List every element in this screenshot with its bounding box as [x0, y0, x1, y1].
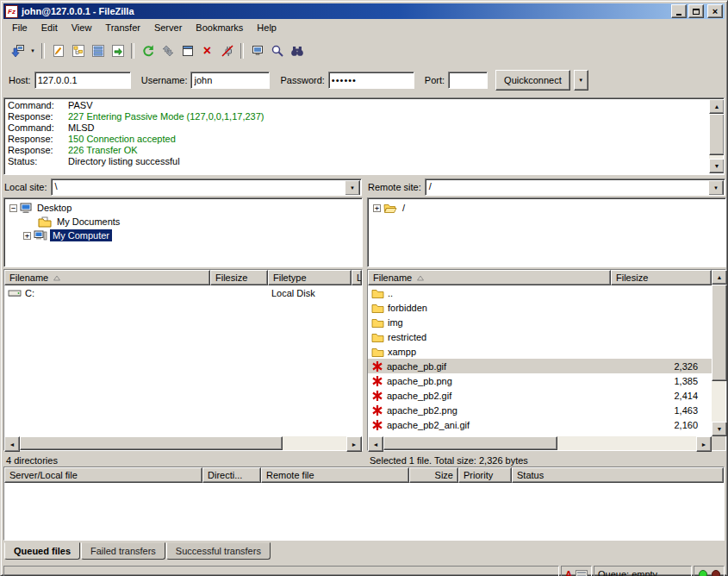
tab-successful-transfers[interactable]: Successful transfers [166, 542, 271, 560]
tree-item-root[interactable]: + / [368, 201, 725, 215]
disconnect-button[interactable] [217, 41, 237, 60]
column-header-filetype[interactable]: Filetype [268, 270, 352, 285]
column-header-filesize[interactable]: Filesize [210, 270, 268, 285]
column-header-filename[interactable]: Filename [4, 270, 210, 285]
filezilla-logo-icon[interactable]: Fz [5, 5, 18, 18]
site-manager-dropdown-button[interactable]: ▼ [28, 41, 38, 60]
toolbar-separator [240, 43, 244, 59]
column-header-priority[interactable]: Priority [458, 467, 512, 483]
broken-image-icon [371, 375, 383, 387]
refresh-button[interactable] [138, 41, 158, 60]
local-site-combobox[interactable]: \ ▼ [51, 178, 362, 196]
broken-image-icon [371, 419, 383, 431]
preview-queue-button[interactable] [177, 41, 197, 60]
toggle-message-log-button[interactable] [48, 41, 68, 60]
scroll-up-button[interactable]: ▲ [712, 270, 727, 285]
collapse-icon[interactable]: − [9, 204, 17, 212]
remote-file-row[interactable]: apache_pb.png 1,385 [368, 373, 712, 388]
menu-transfer[interactable]: Transfer [98, 20, 147, 36]
username-input[interactable] [190, 72, 270, 89]
quickconnect-dropdown-button[interactable]: ▼ [574, 70, 588, 91]
remote-file-row[interactable]: img [368, 315, 712, 329]
search-button[interactable] [267, 41, 287, 60]
log-line: Status:Directory listing successful [8, 156, 706, 167]
column-header-filename[interactable]: Filename [368, 270, 611, 285]
queue-status-text: Queue: empty [594, 566, 692, 576]
process-queue-button[interactable] [158, 41, 177, 60]
tree-item-my-documents[interactable]: My Documents [4, 215, 362, 229]
remote-site-combobox[interactable]: / ▼ [425, 178, 725, 196]
scrollbar-thumb[interactable] [709, 114, 725, 155]
menu-edit[interactable]: Edit [34, 20, 65, 36]
remote-file-row[interactable]: forbidden [368, 300, 712, 315]
menu-file[interactable]: File [5, 20, 34, 36]
column-header-direction[interactable]: Directi... [202, 467, 261, 483]
scroll-left-button[interactable]: ◄ [368, 436, 383, 452]
toggle-queue-button[interactable] [108, 41, 128, 60]
menu-help[interactable]: Help [250, 20, 283, 36]
log-vertical-scrollbar[interactable]: ▲ ▼ [709, 99, 723, 173]
scrollbar-thumb[interactable] [712, 285, 727, 381]
scroll-right-button[interactable]: ► [346, 436, 362, 452]
column-header-server-local-file[interactable]: Server/Local file [4, 467, 202, 483]
tree-item-desktop[interactable]: − Desktop [4, 201, 362, 215]
tab-failed-transfers[interactable]: Failed transfers [81, 542, 165, 560]
remote-file-row-selected[interactable]: apache_pb.gif 2,326 [368, 359, 712, 373]
scroll-right-button[interactable]: ► [696, 436, 712, 452]
maximize-button[interactable] [688, 4, 704, 18]
column-header-status[interactable]: Status [512, 467, 724, 483]
toggle-local-tree-button[interactable] [68, 41, 88, 60]
minimize-button[interactable] [671, 4, 687, 18]
scrollbar-track[interactable] [20, 436, 346, 450]
folder-icon [371, 303, 384, 313]
broken-image-icon [371, 404, 383, 416]
column-header-size[interactable]: Size [409, 467, 458, 483]
password-label: Password: [280, 75, 324, 85]
remote-file-row[interactable]: apache_pb2.png 1,463 [368, 403, 712, 417]
cancel-button[interactable]: × [197, 41, 217, 60]
combo-dropdown-button[interactable]: ▼ [345, 180, 360, 196]
port-input[interactable] [448, 72, 488, 89]
scrollbar-track[interactable] [383, 436, 696, 450]
expand-icon[interactable]: + [23, 232, 31, 240]
password-input[interactable] [328, 72, 414, 89]
scrollbar-track[interactable] [712, 285, 725, 422]
local-horizontal-scrollbar[interactable]: ◄ ► [4, 436, 362, 450]
scroll-down-button[interactable]: ▼ [712, 422, 727, 436]
close-button[interactable]: × [707, 4, 723, 18]
remote-file-row[interactable]: restricted [368, 329, 712, 344]
menubar: File Edit View Transfer Server Bookmarks… [3, 19, 725, 37]
tree-item-my-computer[interactable]: + My Computer [4, 229, 362, 242]
scroll-left-button[interactable]: ◄ [4, 436, 20, 452]
scrollbar-thumb[interactable] [20, 436, 283, 450]
remote-file-row[interactable]: apache_pb2.gif 2,414 [368, 388, 712, 403]
column-header-filesize[interactable]: Filesize [611, 270, 712, 285]
local-file-row[interactable]: C: Local Disk [4, 285, 362, 300]
site-manager-button[interactable] [8, 41, 28, 60]
scrollbar-thumb[interactable] [383, 436, 557, 450]
scrollbar-track[interactable] [709, 114, 723, 159]
remote-file-row[interactable]: apache_pb2_ani.gif 2,160 [368, 417, 712, 432]
host-input[interactable] [34, 72, 131, 89]
reconnect-button[interactable] [247, 41, 267, 60]
column-header-last-modified[interactable]: L [352, 270, 362, 285]
quickconnect-button[interactable]: Quickconnect [495, 70, 570, 91]
tab-queued-files[interactable]: Queued files [4, 542, 80, 560]
toggle-remote-tree-button[interactable] [88, 41, 108, 60]
my-computer-icon [34, 229, 47, 241]
filter-button[interactable] [287, 41, 307, 60]
expand-icon[interactable]: + [373, 204, 381, 212]
remote-horizontal-scrollbar[interactable]: ◄ ► [368, 436, 712, 450]
folder-icon [371, 347, 384, 357]
menu-bookmarks[interactable]: Bookmarks [189, 20, 250, 36]
remote-vertical-scrollbar[interactable]: ▲ ▼ [712, 270, 725, 450]
activity-indicators [694, 566, 725, 576]
combo-dropdown-button[interactable]: ▼ [708, 180, 724, 196]
scroll-up-button[interactable]: ▲ [709, 99, 725, 114]
column-header-remote-file[interactable]: Remote file [261, 467, 409, 483]
remote-file-row[interactable]: .. [368, 285, 712, 300]
remote-file-row[interactable]: xampp [368, 344, 712, 359]
menu-server[interactable]: Server [147, 20, 189, 36]
scroll-down-button[interactable]: ▼ [709, 159, 725, 173]
menu-view[interactable]: View [65, 20, 99, 36]
